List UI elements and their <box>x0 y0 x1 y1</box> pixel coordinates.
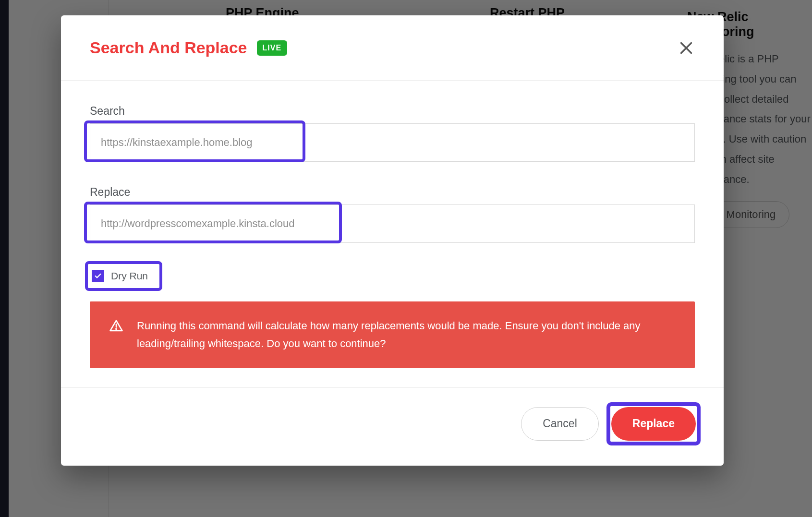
search-label: Search <box>90 105 695 118</box>
replace-button-wrap: Replace <box>607 403 700 445</box>
replace-button[interactable]: Replace <box>611 407 696 441</box>
modal-title: Search And Replace <box>90 38 247 57</box>
modal-body: Search Replace Dry Run <box>61 81 724 387</box>
dry-run-checkbox-wrap[interactable]: Dry Run <box>90 267 156 285</box>
live-badge: LIVE <box>257 40 288 56</box>
dry-run-label: Dry Run <box>111 270 148 282</box>
dry-run-checkbox[interactable] <box>92 270 104 282</box>
modal-header: Search And Replace LIVE <box>61 15 724 81</box>
replace-field-block: Replace <box>90 186 695 243</box>
warning-text: Running this command will calculate how … <box>137 317 676 353</box>
replace-label: Replace <box>90 186 695 199</box>
warning-icon <box>109 317 123 335</box>
replace-input[interactable] <box>90 204 695 243</box>
close-icon[interactable] <box>678 39 695 57</box>
search-input-wrap <box>90 123 695 162</box>
search-field-block: Search <box>90 105 695 162</box>
cancel-button[interactable]: Cancel <box>521 407 599 441</box>
search-replace-modal: Search And Replace LIVE Search Replace <box>61 15 724 466</box>
warning-banner: Running this command will calculate how … <box>90 301 695 368</box>
search-input[interactable] <box>90 123 695 162</box>
replace-input-wrap <box>90 204 695 243</box>
svg-point-3 <box>116 329 117 330</box>
modal-footer: Cancel Replace <box>61 387 724 466</box>
